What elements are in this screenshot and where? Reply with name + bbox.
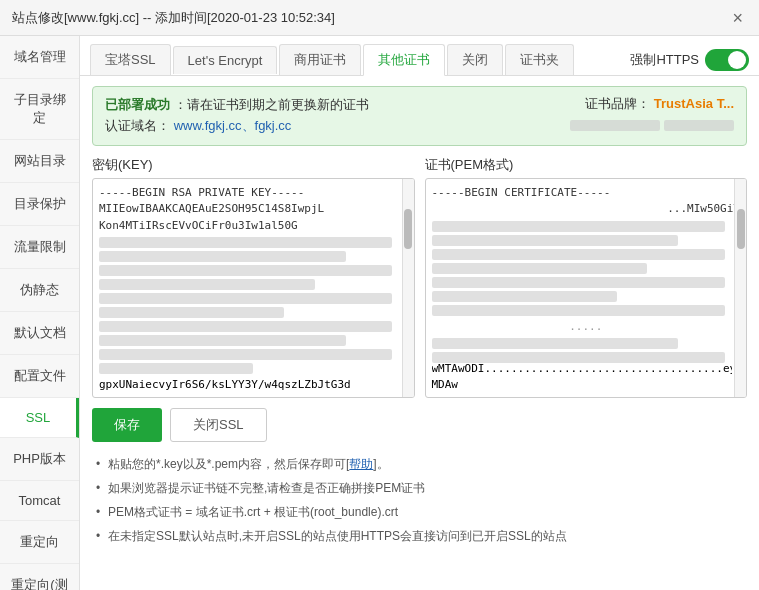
key-line3: Kon4MTiIRscEVvOCiFr0u3Iw1al50G	[99, 218, 408, 235]
sidebar-item-pseudo[interactable]: 伪静态	[0, 269, 79, 312]
key-scrollbar-thumb	[404, 209, 412, 249]
cert-blur8	[432, 338, 679, 349]
key-blur2	[99, 251, 346, 262]
cert-blur6	[432, 291, 617, 302]
tab-other[interactable]: 其他证书	[363, 44, 445, 76]
key-scrollbar[interactable]	[402, 179, 414, 397]
cert-line-partial: ...MIw50GiY	[432, 201, 741, 218]
sidebar-item-redirect-test[interactable]: 重定向(测试版)	[0, 564, 79, 590]
success-message: 已部署成功 ：请在证书到期之前更换新的证书	[105, 95, 369, 116]
domain-names-line: 认证域名： www.fgkj.cc、fgkj.cc	[105, 116, 369, 137]
sidebar: 域名管理 子目录绑定 网站目录 目录保护 流量限制 伪静态 默认文档 配置文件 …	[0, 36, 80, 590]
cert-bottom-line1: wMTAwODI................................…	[432, 362, 733, 375]
sidebar-item-php[interactable]: PHP版本	[0, 438, 79, 481]
tab-certtype[interactable]: 证书夹	[505, 44, 574, 75]
tips-list: 粘贴您的*.key以及*.pem内容，然后保存即可[帮助]。 如果浏览器提示证书…	[92, 452, 747, 548]
sidebar-item-webdir[interactable]: 网站目录	[0, 140, 79, 183]
key-blur5	[99, 293, 392, 304]
button-row: 保存 关闭SSL	[92, 408, 747, 442]
cert-blur7	[432, 305, 725, 316]
key-content-area: -----BEGIN RSA PRIVATE KEY----- MIIEowIB…	[92, 178, 415, 398]
key-blur4	[99, 279, 315, 290]
key-blur10	[99, 363, 253, 374]
cert-brand-blur1	[570, 120, 660, 131]
cert-blur3	[432, 249, 725, 260]
success-banner: 已部署成功 ：请在证书到期之前更换新的证书 认证域名： www.fgkj.cc、…	[92, 86, 747, 146]
cert-line1: -----BEGIN CERTIFICATE-----	[432, 185, 741, 202]
cert-blur4	[432, 263, 648, 274]
cert-brand-label: 证书品牌：	[585, 96, 650, 111]
cert-blur2	[432, 235, 679, 246]
tab-commercial[interactable]: 商用证书	[279, 44, 361, 75]
key-blur6	[99, 307, 284, 318]
window-title: 站点修改[www.fgkj.cc] -- 添加时间[2020-01-23 10:…	[12, 9, 335, 27]
sidebar-item-defaultdoc[interactable]: 默认文档	[0, 312, 79, 355]
key-label: 密钥(KEY)	[92, 156, 415, 174]
tip-item-1: 如果浏览器提示证书链不完整,请检查是否正确拼接PEM证书	[92, 476, 747, 500]
tip-text-2: PEM格式证书 = 域名证书.crt + 根证书(root_bundle).cr…	[108, 505, 398, 519]
force-https-label: 强制HTTPS	[630, 51, 699, 69]
window-close-button[interactable]: ×	[728, 9, 747, 27]
cert-content-area: -----BEGIN CERTIFICATE----- ...MIw50GiY …	[425, 178, 748, 398]
right-panel: 宝塔SSL Let's Encrypt 商用证书 其他证书 关闭 证书夹 强制H…	[80, 36, 759, 590]
sidebar-item-tomcat[interactable]: Tomcat	[0, 481, 79, 521]
success-right: 证书品牌： TrustAsia T...	[570, 95, 734, 134]
key-line2: MIIEowIBAAKCAQEAuE2SOH95C14S8IwpjL	[99, 201, 408, 218]
save-button[interactable]: 保存	[92, 408, 162, 442]
cert-content-inner: -----BEGIN CERTIFICATE----- ...MIw50GiY …	[426, 179, 747, 373]
cert-blur1	[432, 221, 725, 232]
key-column: 密钥(KEY) -----BEGIN RSA PRIVATE KEY----- …	[92, 156, 415, 398]
cert-brand-blur2	[664, 120, 734, 131]
force-https-control: 强制HTTPS	[630, 49, 749, 71]
sidebar-item-subdir[interactable]: 子目录绑定	[0, 79, 79, 140]
key-blur8	[99, 335, 346, 346]
cert-dots: .....	[432, 319, 741, 336]
success-message-text: ：请在证书到期之前更换新的证书	[174, 97, 369, 112]
tab-baota[interactable]: 宝塔SSL	[90, 44, 171, 75]
tab-bar: 宝塔SSL Let's Encrypt 商用证书 其他证书 关闭 证书夹 强制H…	[80, 36, 759, 76]
tab-close[interactable]: 关闭	[447, 44, 503, 75]
main-content: 域名管理 子目录绑定 网站目录 目录保护 流量限制 伪静态 默认文档 配置文件 …	[0, 36, 759, 590]
tip-text-0-after: ]。	[373, 457, 388, 471]
sidebar-item-ssl[interactable]: SSL	[0, 398, 79, 438]
title-bar: 站点修改[www.fgkj.cc] -- 添加时间[2020-01-23 10:…	[0, 0, 759, 36]
domain-label: 认证域名：	[105, 118, 170, 133]
tip-text-1: 如果浏览器提示证书链不完整,请检查是否正确拼接PEM证书	[108, 481, 425, 495]
success-left: 已部署成功 ：请在证书到期之前更换新的证书 认证域名： www.fgkj.cc、…	[105, 95, 369, 137]
cert-column: 证书(PEM格式) -----BEGIN CERTIFICATE----- ..…	[425, 156, 748, 398]
tab-letsencrypt[interactable]: Let's Encrypt	[173, 46, 278, 74]
key-blur3	[99, 265, 392, 276]
sidebar-item-config[interactable]: 配置文件	[0, 355, 79, 398]
cert-scrollbar-thumb	[737, 209, 745, 249]
tip-text-0: 粘贴您的*.key以及*.pem内容，然后保存即可[	[108, 457, 349, 471]
help-link[interactable]: 帮助	[349, 457, 373, 471]
sidebar-item-redirect[interactable]: 重定向	[0, 521, 79, 564]
cert-bottom-line2: MDAw	[432, 378, 733, 391]
close-ssl-button[interactable]: 关闭SSL	[170, 408, 267, 442]
cert-scrollbar[interactable]	[734, 179, 746, 397]
key-bottom-line: gpxUNaiecvyIr6S6/ksLYY3Y/w4qszLZbJtG3d	[99, 378, 400, 391]
force-https-toggle[interactable]	[705, 49, 749, 71]
tip-text-3: 在未指定SSL默认站点时,未开启SSL的站点使用HTTPS会直接访问到已开启SS…	[108, 529, 567, 543]
cert-brand-value: TrustAsia T...	[654, 96, 734, 111]
key-blur1	[99, 237, 392, 248]
success-status: 已部署成功	[105, 97, 170, 112]
key-blur9	[99, 349, 392, 360]
cert-brand-line: 证书品牌： TrustAsia T...	[570, 95, 734, 113]
tip-item-2: PEM格式证书 = 域名证书.crt + 根证书(root_bundle).cr…	[92, 500, 747, 524]
tip-item-0: 粘贴您的*.key以及*.pem内容，然后保存即可[帮助]。	[92, 452, 747, 476]
key-line1: -----BEGIN RSA PRIVATE KEY-----	[99, 185, 408, 202]
cert-label: 证书(PEM格式)	[425, 156, 748, 174]
cert-row: 密钥(KEY) -----BEGIN RSA PRIVATE KEY----- …	[92, 156, 747, 398]
domain-names: www.fgkj.cc、fgkj.cc	[174, 118, 292, 133]
cert-blur5	[432, 277, 725, 288]
content-area: 已部署成功 ：请在证书到期之前更换新的证书 认证域名： www.fgkj.cc、…	[80, 76, 759, 590]
tip-item-3: 在未指定SSL默认站点时,未开启SSL的站点使用HTTPS会直接访问到已开启SS…	[92, 524, 747, 548]
key-blur7	[99, 321, 392, 332]
key-content-inner: -----BEGIN RSA PRIVATE KEY----- MIIEowIB…	[93, 179, 414, 384]
sidebar-item-domain[interactable]: 域名管理	[0, 36, 79, 79]
sidebar-item-traffic[interactable]: 流量限制	[0, 226, 79, 269]
toggle-slider	[705, 49, 749, 71]
sidebar-item-dirprotect[interactable]: 目录保护	[0, 183, 79, 226]
main-window: 站点修改[www.fgkj.cc] -- 添加时间[2020-01-23 10:…	[0, 0, 759, 590]
